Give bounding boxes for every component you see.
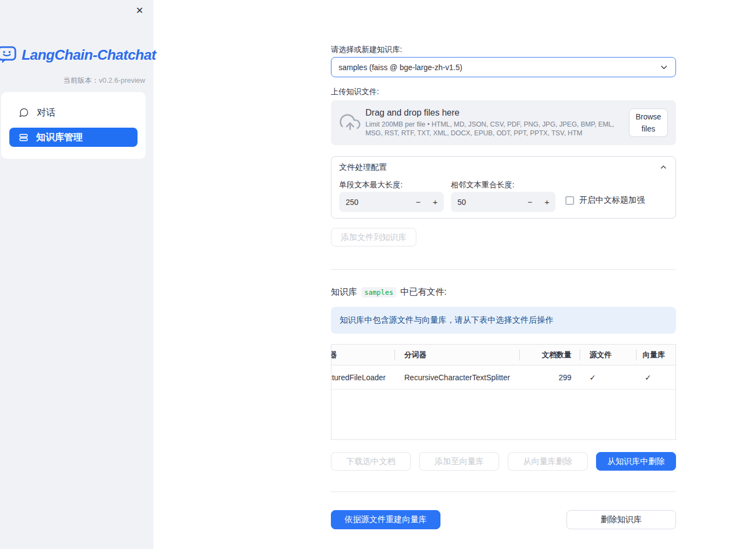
stack-icon [19,133,28,142]
delete-from-kb-button[interactable]: 从知识库中删除 [596,452,676,471]
table-header-row: 文档加载器 分词器 文档数量 源文件 向量库 [331,345,675,365]
add-files-to-kb-button[interactable]: 添加文件到知识库 [331,228,416,247]
browse-files-button[interactable]: Browse files [629,108,668,137]
divider [331,491,676,492]
rebuild-vector-store-button[interactable]: 依据源文件重建向量库 [331,510,440,529]
col-vector-store-header[interactable]: 向量库 [636,345,676,365]
cell-vector-check-icon: ✓ [636,365,676,389]
app-logo: LangChain-Chatchat [0,46,153,64]
version-label: 当前版本： [63,76,99,84]
col-splitter-header[interactable]: 分词器 [394,345,519,365]
cell-loader: UnstructuredFileLoader [331,365,394,389]
kb-select-dropdown[interactable]: samples (faiss @ bge-large-zh-v1.5) [331,57,676,77]
col-doc-count-header[interactable]: 文档数量 [519,345,580,365]
chunk-size-value: 250 [346,192,358,212]
chat-smiley-logo-icon [0,46,17,64]
main-content: 请选择或新建知识库: samples (faiss @ bge-large-zh… [331,0,676,549]
sidebar-item-label: 对话 [37,106,55,119]
kb-actions: 依据源文件重建向量库 删除知识库 [331,510,676,530]
overlap-size-label: 相邻文本重合长度: [451,180,514,190]
cell-source-check-icon: ✓ [580,365,636,389]
col-source-file-header[interactable]: 源文件 [580,345,636,365]
file-dropzone[interactable]: Drag and drop files here Limit 200MB per… [331,100,676,145]
info-banner: 知识库中包含源文件与向量库，请从下表中选择文件后操作 [331,307,676,334]
file-actions: 下载选中文档 添加至向量库 从向量库删除 从知识库中删除 [331,452,676,471]
overlap-size-value: 50 [457,192,466,212]
kb-files-table[interactable]: 文档加载器 分词器 文档数量 源文件 向量库 UnstructuredFileL… [331,344,676,440]
delete-kb-button[interactable]: 删除知识库 [566,510,676,529]
sidebar-item-knowledge-base[interactable]: 知识库管理 [9,128,138,147]
divider [331,269,676,270]
table-row[interactable]: UnstructuredFileLoader RecursiveCharacte… [331,365,675,390]
dropzone-hint: Limit 200MB per file • HTML, MD, JSON, C… [365,120,622,138]
chunk-size-input[interactable]: 250 − + [339,192,444,212]
info-text: 知识库中包含源文件与向量库，请从下表中选择文件后操作 [340,315,553,325]
overlap-size-input[interactable]: 50 − + [451,192,555,212]
sidebar-menu: 对话 知识库管理 [1,92,146,159]
cloud-upload-icon [340,112,360,133]
kb-name-code: samples [362,287,396,298]
version-value: v0.2.6-preview [99,76,145,84]
sidebar-item-dialogue[interactable]: 对话 [9,103,138,122]
dropzone-title: Drag and drop files here [365,108,622,118]
add-to-vector-store-button[interactable]: 添加至向量库 [419,452,499,471]
cell-splitter: RecursiveCharacterTextSplitter [394,365,519,389]
col-loader-header[interactable]: 文档加载器 [331,345,394,365]
upload-label: 上传知识文件: [331,87,379,97]
kb-select-label: 请选择或新建知识库: [331,45,402,55]
sidebar: ✕ LangChain-Chatchat 当前版本：v0.2.6-preview [0,0,153,549]
file-config-header[interactable]: 文件处理配置 [331,157,675,178]
sidebar-item-label: 知识库管理 [36,131,83,144]
column-separator [580,350,580,361]
checkbox-unchecked-icon[interactable] [565,196,574,205]
overlap-decrement-button[interactable]: − [522,192,539,212]
chunk-size-increment-button[interactable]: + [427,192,444,212]
cell-doc-count: 299 [519,365,580,389]
kb-select-value: samples (faiss @ bge-large-zh-v1.5) [339,63,659,72]
zh-title-enhance-checkbox-row[interactable]: 开启中文标题加强 [565,195,645,205]
file-config-expander: 文件处理配置 单段文本最大长度: 250 − + 相邻文本重合长度: 50 − … [331,156,676,219]
download-selected-button[interactable]: 下载选中文档 [331,452,411,471]
column-separator [394,350,395,361]
chevron-down-icon [659,62,669,72]
chunk-size-label: 单段文本最大长度: [339,180,403,190]
column-separator [519,350,520,361]
file-config-title: 文件处理配置 [339,162,659,173]
overlap-increment-button[interactable]: + [539,192,555,212]
delete-from-vector-store-button[interactable]: 从向量库删除 [508,452,588,471]
column-separator [636,350,637,361]
chat-bubble-icon [19,107,29,118]
close-icon[interactable]: ✕ [133,3,147,19]
chunk-size-decrement-button[interactable]: − [410,192,427,212]
existing-files-heading: 知识库 samples 中已有文件: [331,287,446,298]
dropzone-text: Drag and drop files here Limit 200MB per… [365,108,629,138]
version-text: 当前版本：v0.2.6-preview [63,76,145,85]
existing-files-prefix: 知识库 [331,287,357,298]
app-page: ✕ LangChain-Chatchat 当前版本：v0.2.6-preview [0,0,756,549]
existing-files-suffix: 中已有文件: [400,287,446,298]
logo-text: LangChain-Chatchat [21,47,156,64]
chevron-up-icon [659,163,668,171]
zh-title-enhance-label: 开启中文标题加强 [579,195,645,205]
